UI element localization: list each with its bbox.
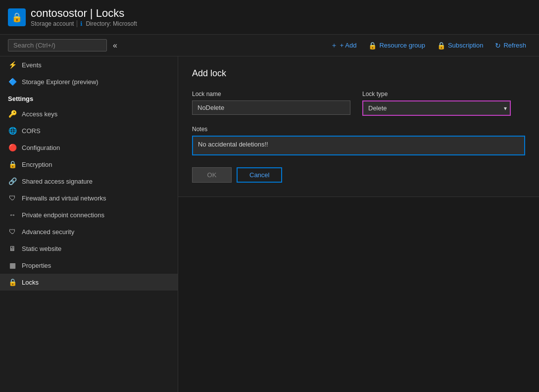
- search-input[interactable]: [8, 39, 107, 51]
- sidebar-item-label: Configuration: [22, 144, 60, 151]
- subtitle-separator: [77, 20, 77, 27]
- lock-name-label: Lock name: [192, 91, 350, 98]
- properties-icon: ▦: [8, 261, 17, 270]
- sidebar: ⚡ Events 🔷 Storage Explorer (preview) Se…: [0, 56, 178, 392]
- lock-name-field: Lock name: [192, 91, 350, 116]
- refresh-button[interactable]: ↻ Refresh: [490, 40, 531, 51]
- sidebar-item-properties[interactable]: ▦ Properties: [0, 257, 178, 274]
- sidebar-item-advanced-security[interactable]: 🛡 Advanced security: [0, 223, 178, 240]
- lock-icon-subscription: 🔒: [437, 42, 445, 49]
- lock-type-select-wrapper: Delete Read-only ▾: [362, 100, 511, 116]
- header: 🔒 contosostor | Locks Storage account ℹ …: [0, 0, 539, 35]
- toolbar-actions: ＋ + Add 🔒 Resource group 🔒 Subscription …: [326, 39, 531, 52]
- sidebar-item-encryption[interactable]: 🔒 Encryption: [0, 156, 178, 173]
- static-website-icon: 🖥: [8, 244, 17, 253]
- notes-field: Notes No accidental deletions!!: [192, 126, 525, 155]
- advanced-security-icon: 🛡: [8, 227, 17, 236]
- info-icon: ℹ: [80, 20, 83, 27]
- access-keys-icon: 🔑: [8, 109, 17, 118]
- lock-type-select[interactable]: Delete Read-only: [362, 100, 511, 116]
- resource-icon: 🔒: [8, 8, 26, 26]
- sidebar-item-label: Encryption: [22, 161, 52, 168]
- sidebar-item-label: Properties: [22, 262, 51, 269]
- cancel-button[interactable]: Cancel: [237, 167, 282, 183]
- sidebar-item-label: Firewalls and virtual networks: [22, 195, 106, 202]
- directory-label: Directory: Microsoft: [86, 20, 137, 27]
- sidebar-item-shared-access-signature[interactable]: 🔗 Shared access signature: [0, 173, 178, 190]
- settings-section-label: Settings: [0, 90, 178, 105]
- sidebar-item-label: Shared access signature: [22, 178, 93, 185]
- main-layout: ⚡ Events 🔷 Storage Explorer (preview) Se…: [0, 56, 539, 392]
- page-title: contosostor | Locks: [31, 7, 137, 20]
- lock-icon-resource-group: 🔒: [368, 42, 377, 49]
- toolbar: « ＋ + Add 🔒 Resource group 🔒 Subscriptio…: [0, 35, 539, 56]
- subscription-button[interactable]: 🔒 Subscription: [432, 40, 489, 51]
- lock-name-input[interactable]: [192, 100, 350, 115]
- sidebar-item-events[interactable]: ⚡ Events: [0, 56, 178, 73]
- firewalls-icon: 🛡: [8, 194, 17, 202]
- sidebar-item-label: Advanced security: [22, 228, 74, 236]
- sidebar-item-label: Private endpoint connections: [22, 211, 104, 219]
- sidebar-item-access-keys[interactable]: 🔑 Access keys: [0, 105, 178, 122]
- sidebar-item-storage-explorer[interactable]: 🔷 Storage Explorer (preview): [0, 73, 178, 90]
- sidebar-item-label: Storage Explorer (preview): [22, 78, 98, 86]
- storage-explorer-icon: 🔷: [8, 77, 17, 86]
- sidebar-item-cors[interactable]: 🌐 CORS: [0, 122, 178, 139]
- notes-input[interactable]: No accidental deletions!!: [192, 136, 525, 155]
- header-subtitle: Storage account ℹ Directory: Microsoft: [31, 20, 137, 27]
- events-icon: ⚡: [8, 60, 17, 69]
- empty-content-area: [178, 197, 539, 345]
- sidebar-item-label: CORS: [22, 127, 41, 135]
- refresh-label: Refresh: [503, 42, 526, 49]
- sidebar-item-label: Locks: [22, 279, 39, 286]
- private-endpoint-icon: ↔: [8, 210, 17, 219]
- subscription-label: Subscription: [448, 42, 484, 49]
- sidebar-item-static-website[interactable]: 🖥 Static website: [0, 240, 178, 257]
- content-area: Add lock Lock name Lock type Delete Read…: [178, 56, 539, 392]
- sidebar-item-firewalls[interactable]: 🛡 Firewalls and virtual networks: [0, 190, 178, 206]
- shared-access-icon: 🔗: [8, 177, 17, 186]
- sidebar-item-locks[interactable]: 🔒 Locks: [0, 274, 178, 291]
- cors-icon: 🌐: [8, 126, 17, 135]
- form-row-top: Lock name Lock type Delete Read-only ▾: [192, 91, 525, 116]
- sidebar-item-configuration[interactable]: 🔴 Configuration: [0, 139, 178, 156]
- add-icon: ＋: [331, 41, 338, 50]
- panel-title: Add lock: [192, 68, 525, 79]
- resource-group-button[interactable]: 🔒 Resource group: [363, 40, 430, 51]
- add-button[interactable]: ＋ + Add: [326, 39, 362, 52]
- sidebar-item-private-endpoint[interactable]: ↔ Private endpoint connections: [0, 206, 178, 223]
- sidebar-item-label: Access keys: [22, 110, 57, 118]
- resource-type-label: Storage account: [31, 20, 74, 27]
- sidebar-item-label: Events: [22, 61, 42, 69]
- header-title-group: contosostor | Locks Storage account ℹ Di…: [31, 7, 137, 27]
- refresh-icon: ↻: [495, 42, 501, 49]
- encryption-icon: 🔒: [8, 160, 17, 169]
- resource-group-label: Resource group: [379, 42, 425, 49]
- locks-icon: 🔒: [8, 278, 17, 287]
- configuration-icon: 🔴: [8, 143, 17, 152]
- add-lock-panel: Add lock Lock name Lock type Delete Read…: [178, 56, 539, 197]
- sidebar-item-label: Static website: [22, 245, 61, 252]
- collapse-button[interactable]: «: [109, 39, 121, 52]
- add-label: + Add: [340, 42, 357, 49]
- lock-type-label: Lock type: [362, 91, 511, 98]
- form-actions: OK Cancel: [192, 167, 525, 183]
- ok-button[interactable]: OK: [192, 167, 232, 183]
- lock-type-field: Lock type Delete Read-only ▾: [362, 91, 511, 116]
- notes-label: Notes: [192, 126, 525, 133]
